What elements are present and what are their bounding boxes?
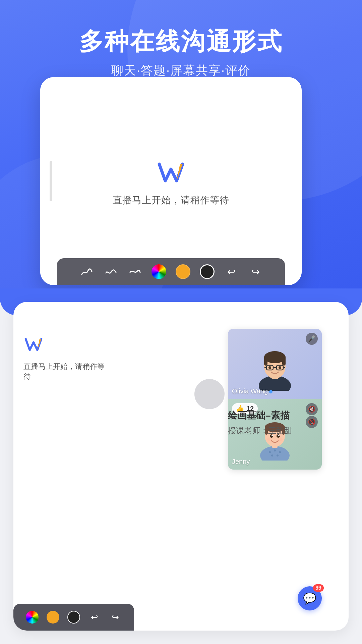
svg-point-17	[274, 449, 276, 451]
bottom-section: 直播马上开始，请稍作等待	[0, 288, 362, 644]
bt-undo[interactable]: ↩	[88, 611, 101, 624]
small-logo	[23, 335, 44, 355]
color-rainbow[interactable]	[152, 264, 166, 279]
bt-color-black[interactable]	[67, 611, 80, 624]
stroke-tool-1[interactable]	[79, 264, 94, 279]
teacher-info: 授课老师：王甜甜	[228, 425, 322, 436]
color-black[interactable]	[200, 264, 215, 279]
partial-waiting-text: 直播马上开始，请稍作等待	[23, 362, 111, 382]
tablet-toolbar: ↩ ↪	[57, 258, 285, 285]
svg-marker-1	[37, 339, 41, 350]
header-subtitle: 聊天·答题·屏幕共享·评价	[0, 62, 362, 79]
chat-fab-icon: 💬	[303, 592, 316, 605]
svg-point-18	[279, 451, 281, 453]
svg-point-15	[260, 446, 290, 461]
bottom-toolbar: ↩ ↪	[13, 604, 134, 631]
tablet-mockup: 直播马上开始，请稍作等待	[40, 77, 302, 285]
svg-point-20	[277, 454, 279, 457]
svg-point-31	[278, 438, 283, 441]
svg-point-13	[268, 366, 271, 369]
chat-fab-button[interactable]: 💬 99	[298, 586, 322, 610]
video-panels: 🎤 Olivia Wang	[228, 329, 322, 470]
svg-point-19	[271, 454, 273, 457]
header-title: 多种在线沟通形式	[0, 27, 362, 56]
tablet-left-bar	[50, 161, 52, 201]
redo-button[interactable]: ↪	[248, 264, 263, 279]
svg-point-14	[279, 366, 281, 369]
app-logo	[154, 156, 188, 186]
teacher-name-label: Olivia Wang	[232, 387, 273, 395]
stroke-tool-2[interactable]	[103, 264, 118, 279]
svg-rect-6	[264, 356, 267, 366]
bt-color-rainbow[interactable]	[26, 611, 39, 624]
teacher-video-panel: 🎤 Olivia Wang	[228, 329, 322, 399]
course-info: 绘画基础–素描 授课老师：王甜甜	[228, 409, 322, 436]
undo-button[interactable]: ↩	[224, 264, 239, 279]
waiting-text: 直播马上开始，请稍作等待	[113, 194, 229, 207]
bottom-card: 直播马上开始，请稍作等待	[13, 302, 349, 631]
color-orange[interactable]	[176, 264, 190, 279]
bt-redo[interactable]: ↪	[109, 611, 122, 624]
top-section: 多种在线沟通形式 聊天·答题·屏幕共享·评价 直播马上开始，请稍作等待	[0, 0, 362, 288]
svg-point-30	[267, 438, 272, 441]
chat-badge: 99	[313, 584, 324, 592]
svg-point-16	[269, 451, 271, 453]
tablet-inner: 直播马上开始，请稍作等待	[40, 77, 302, 285]
bt-color-orange[interactable]	[47, 611, 59, 624]
student-name-label: Jenny	[232, 458, 250, 466]
gray-action-button[interactable]	[194, 379, 225, 409]
bottom-left-partial: 直播马上开始，请稍作等待	[13, 322, 121, 395]
header-text: 多种在线沟通形式 聊天·答题·屏幕共享·评价	[0, 0, 362, 79]
stroke-tool-3[interactable]	[127, 264, 142, 279]
teacher-mic-button[interactable]: 🎤	[306, 333, 318, 345]
teacher-avatar	[253, 337, 297, 391]
course-name: 绘画基础–素描	[228, 409, 322, 422]
svg-rect-7	[282, 356, 286, 366]
